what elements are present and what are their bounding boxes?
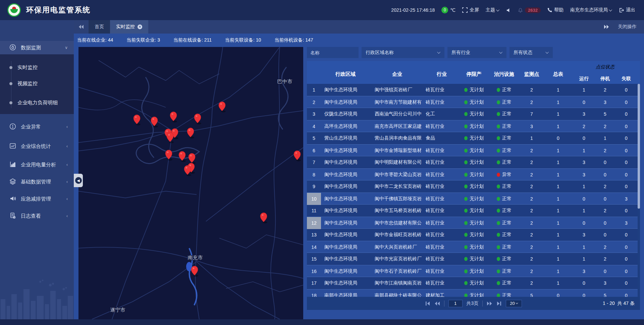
cell-total-meters: 1: [544, 269, 573, 274]
cell-running: 3: [573, 269, 595, 274]
next-page-button[interactable]: [487, 302, 492, 306]
tab-首页[interactable]: 首页: [89, 20, 110, 34]
table-scrollbar[interactable]: [638, 84, 640, 297]
industry-filter-select[interactable]: 所有行业: [447, 47, 506, 58]
name-filter-input[interactable]: [307, 47, 359, 58]
close-icon[interactable]: ✕: [138, 24, 142, 29]
table-row[interactable]: 5营山生态环境局营山县润丰肉食品有限食品无计划正常10010: [307, 132, 640, 144]
table-row[interactable]: 7阆中生态环境局阆中明阳建材有限公司砖瓦行业无计划正常21300: [307, 156, 640, 168]
table-row[interactable]: 3仪陇生态环境局西南油气田分公司川中化工无计划正常71350: [307, 108, 640, 120]
cell-lost: 0: [615, 269, 638, 274]
row-number: 14: [307, 241, 321, 253]
app-header: 环保用电监管系统 2021-02-25 17:46:18 0 ℃ 全屏 主题 2…: [0, 0, 644, 20]
double-chevron-right-icon[interactable]: [604, 25, 609, 29]
theme-menu[interactable]: 主题: [486, 7, 499, 13]
map-collapse-handle[interactable]: ◀: [74, 174, 83, 187]
table-row[interactable]: 16阆中生态环境局阆中市石子页岩机砖厂砖瓦行业无计划正常21300: [307, 265, 640, 277]
green-status-dot-icon: [497, 269, 500, 273]
table-row[interactable]: 6阆中生态环境局阆中市金博瑞新型墙材砖瓦行业无计划正常21120: [307, 144, 640, 156]
col-group-point-status: 点位状态: [573, 64, 638, 70]
status-filter-select[interactable]: 所有状态: [509, 47, 553, 58]
table-row[interactable]: 9阆中生态环境局阆中市二龙长宝页岩砖砖瓦行业无计划正常21120: [307, 180, 640, 193]
page-size-select[interactable]: 20: [506, 300, 522, 307]
first-page-button[interactable]: [425, 302, 430, 306]
table-row[interactable]: 18南部生态环境局南部县砌块土砖有限公建材加工无计划正常50050: [307, 289, 640, 297]
table-row[interactable]: 11阆中生态环境局阆中市五马桥页岩机砖砖瓦行业无计划正常21120: [307, 205, 640, 217]
row-number: 16: [307, 265, 321, 277]
row-number: 10: [307, 193, 321, 205]
green-status-dot-icon: [497, 233, 500, 237]
cell-total-meters: 1: [544, 280, 573, 286]
table-row[interactable]: 4高坪生态环境局南充市高坪区王家店建砖瓦行业无计划正常31220: [307, 120, 640, 132]
tabs-scroll-left-button[interactable]: [74, 20, 89, 34]
region-filter-select[interactable]: 行政区域名称: [362, 47, 444, 58]
sidebar-item-企业异常[interactable]: 企业异常‹: [0, 120, 74, 133]
table-row[interactable]: 1阆中生态环境局阆中强锐页岩砖厂砖瓦行业无计划正常21120: [307, 84, 640, 96]
org-menu[interactable]: 南充市生态环境局: [570, 7, 612, 13]
sidebar-item-数据监测[interactable]: 数据监测∨: [0, 41, 74, 54]
table-row[interactable]: 2阆中生态环境局阆中市南方节能建材有砖瓦行业无计划正常21030: [307, 96, 640, 108]
cell-stopped: 2: [595, 184, 615, 189]
help-button[interactable]: 帮助: [547, 7, 564, 13]
sidebar-item-label: 企业异常: [21, 124, 41, 130]
sidebar-subitem-实时监控[interactable]: 实时监控: [0, 62, 74, 73]
sidebar-item-企业用电量分析[interactable]: 企业用电量分析‹: [0, 158, 74, 171]
table-row[interactable]: 8阆中生态环境局阆中市枣碧大梁山页岩砖瓦行业无计划异常21300: [307, 168, 640, 180]
row-number: 6: [307, 145, 321, 157]
cell-running: 0: [573, 196, 595, 202]
sidebar-item-应急减排管理[interactable]: 应急减排管理‹: [0, 192, 74, 206]
map-panel[interactable]: 巴中市南充市遂宁市: [78, 47, 303, 319]
cell-industry: 砖瓦行业: [424, 99, 459, 105]
cell-facility-status: 正常: [489, 208, 520, 214]
chevron-left-icon: ◀: [75, 177, 82, 184]
cell-lost: 0: [615, 172, 638, 177]
close-operations-button[interactable]: 关闭操作: [618, 24, 637, 30]
fullscreen-button[interactable]: 全屏: [462, 7, 479, 13]
cell-running: 1: [573, 148, 595, 153]
green-status-dot-icon: [464, 136, 468, 140]
table-row[interactable]: 14阆中生态环境局阆中大兴页岩机砖厂砖瓦行业无计划正常21120: [307, 241, 640, 253]
map-canvas[interactable]: 巴中市南充市遂宁市: [78, 47, 303, 319]
green-status-dot-icon: [464, 233, 468, 237]
app-title: 环保用电监管系统: [26, 5, 91, 15]
cell-total-meters: 1: [544, 172, 573, 177]
cell-monitor-points: 7: [520, 111, 544, 117]
prev-page-button[interactable]: [434, 302, 440, 306]
row-number: 17: [307, 277, 321, 289]
sidebar-subitem-企业电力负荷明细[interactable]: 企业电力负荷明细: [0, 97, 74, 108]
cell-industry: 砖瓦行业: [424, 159, 459, 165]
last-page-button[interactable]: [496, 302, 502, 306]
sidebar-item-日志查看[interactable]: 日志查看‹: [0, 209, 74, 223]
logout-icon: [619, 8, 624, 13]
mute-button[interactable]: [506, 8, 511, 13]
cell-industry: 砖瓦行业: [424, 256, 459, 262]
cell-running: 1: [573, 184, 595, 189]
page-number-input[interactable]: [448, 300, 463, 307]
sidebar-item-基础数据管理[interactable]: 基础数据管理‹: [0, 175, 74, 188]
table-row[interactable]: 12阆中生态环境局阆中市忠信建材有限公砖瓦行业无计划正常21003: [307, 217, 640, 229]
tab-实时监控[interactable]: 实时监控✕: [110, 20, 148, 34]
table-row[interactable]: 13阆中生态环境局阆中市金福旺页岩机砖砖瓦行业无计划正常21300: [307, 229, 640, 241]
green-status-dot-icon: [464, 160, 468, 164]
notifications[interactable]: 2632: [518, 7, 541, 13]
table-row[interactable]: 10阆中生态环境局阆中千佛镇五郎垭页岩砖瓦行业无计划正常21003: [307, 193, 640, 205]
cell-lost: 3: [615, 220, 638, 226]
scrollbar-thumb[interactable]: [638, 84, 640, 209]
cell-company: 阆中市五马桥页岩机砖: [370, 208, 424, 214]
cell-company: 阆中市金福旺页岩机砖: [370, 232, 424, 238]
table-row[interactable]: 15阆中生态环境局阆中市光富页岩机砖厂砖瓦行业无计划正常21120: [307, 253, 640, 265]
last-page-icon: [496, 302, 502, 306]
cell-region: 阆中生态环境局: [321, 159, 370, 165]
cell-total-meters: 1: [544, 148, 573, 153]
row-number: 11: [307, 205, 321, 217]
cell-monitor-points: 2: [520, 148, 544, 153]
chevron-collapsed-icon: ‹: [66, 214, 68, 218]
table-row[interactable]: 17阆中生态环境局阆中市江南镇阆南页岩砖瓦行业无计划正常21030: [307, 277, 640, 289]
cell-region: 南部生态环境局: [321, 292, 370, 297]
logout-button[interactable]: 退出: [619, 7, 635, 13]
col-header-facility: 治污设施: [489, 61, 520, 84]
sidebar-subitem-视频监控[interactable]: 视频监控: [0, 78, 74, 89]
cell-plan-status: 无计划: [459, 292, 489, 297]
sidebar-item-企业综合统计[interactable]: 企业综合统计‹: [0, 140, 74, 153]
green-status-dot-icon: [497, 293, 500, 297]
